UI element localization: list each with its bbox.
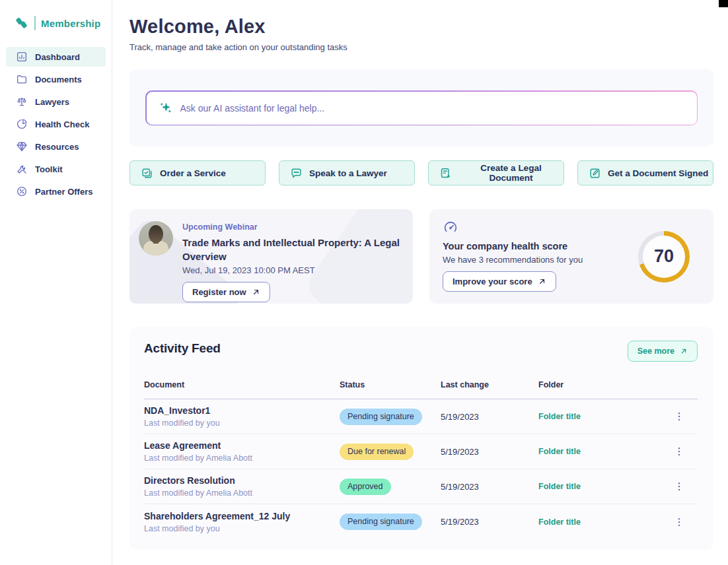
document-modified-by: Last modified by you [144, 418, 340, 428]
kebab-icon [673, 446, 685, 457]
quick-action-label: Create a Legal Document [458, 163, 564, 183]
last-change-date: 5/19/2023 [441, 447, 538, 457]
logo-divider [34, 16, 36, 30]
table-row: Shareholders Agreement_12 JulyLast modif… [144, 504, 698, 539]
document-title[interactable]: Lease Agreement [144, 440, 340, 451]
sidebar-item-resources[interactable]: Resources [6, 137, 106, 156]
page-subtitle: Track, manage and take action on your ou… [129, 42, 713, 52]
order-a-service-button[interactable]: Order a Service [129, 160, 266, 185]
page-title: Welcome, Alex [129, 16, 713, 38]
sparkle-icon [159, 102, 172, 115]
column-header-folder: Folder [538, 380, 671, 389]
percent-circle-icon [16, 185, 28, 197]
quick-action-label: Get a Document Signed [608, 168, 708, 178]
document-modified-by: Last modified by Amelia Abott [144, 488, 340, 498]
screenshot-artifact [719, 0, 728, 7]
document-cell: Lease AgreementLast modified by Amelia A… [144, 440, 340, 463]
document-title[interactable]: Directors Resolution [144, 475, 340, 486]
main-content: Welcome, Alex Track, manage and take act… [112, 0, 728, 565]
document-cell: Directors ResolutionLast modified by Ame… [144, 475, 340, 498]
brand-name: Membership [41, 18, 100, 29]
status-cell: Due for renewal [340, 444, 441, 460]
see-more-label: See more [637, 347, 674, 356]
dashboard-icon [16, 51, 28, 63]
improve-score-button[interactable]: Improve your score [443, 271, 556, 292]
pie-chart-icon [16, 118, 28, 130]
arrow-up-right-icon [538, 277, 546, 286]
sidebar-item-partner-offers[interactable]: Partner Offers [6, 182, 106, 201]
table-body: NDA_Investor1Last modified by youPending… [144, 399, 698, 539]
last-change-date: 5/19/2023 [441, 517, 538, 527]
brand-logo: Membership [0, 0, 112, 30]
speak-to-a-lawyer-button[interactable]: Speak to a Lawyer [279, 160, 415, 185]
webinar-card: Upcoming Webinar Trade Marks and Intelle… [129, 209, 413, 304]
status-badge: Due for renewal [340, 444, 414, 460]
sidebar: Membership DashboardDocumentsLawyersHeal… [0, 0, 112, 565]
status-cell: Pending signature [340, 409, 441, 425]
webinar-eyebrow: Upcoming Webinar [182, 222, 401, 232]
document-plus-icon [439, 167, 452, 180]
sidebar-item-label: Dashboard [35, 52, 80, 62]
arrow-up-right-icon [252, 288, 260, 296]
order-service-icon [141, 167, 153, 180]
column-header-status: Status [340, 380, 441, 389]
ai-assistant-card [129, 69, 713, 147]
document-cell: Shareholders Agreement_12 JulyLast modif… [144, 511, 340, 533]
document-cell: NDA_Investor1Last modified by you [144, 405, 340, 428]
health-score-ring: 70 [638, 231, 690, 282]
sidebar-item-documents[interactable]: Documents [6, 69, 106, 89]
document-title[interactable]: NDA_Investor1 [144, 405, 340, 416]
kebab-icon [673, 481, 685, 492]
sidebar-item-dashboard[interactable]: Dashboard [6, 47, 106, 67]
activity-feed-card: Activity Feed See more DocumentStatusLas… [129, 327, 713, 550]
sidebar-nav: DashboardDocumentsLawyersHealth CheckRes… [0, 47, 112, 201]
get-a-document-signed-button[interactable]: Get a Document Signed [577, 160, 713, 185]
gem-icon [16, 141, 28, 152]
ai-assistant-input[interactable] [180, 103, 684, 114]
folder-link[interactable]: Folder title [538, 482, 671, 491]
column-header-document: Document [144, 380, 340, 389]
health-score-value: 70 [654, 246, 674, 267]
tools-icon [16, 163, 28, 175]
quick-actions-row: Order a ServiceSpeak to a LawyerCreate a… [129, 160, 713, 185]
table-header-row: DocumentStatusLast changeFolder [144, 374, 698, 399]
sidebar-item-label: Partner Offers [35, 187, 92, 197]
create-a-legal-document-button[interactable]: Create a Legal Document [428, 160, 564, 185]
webinar-title: Trade Marks and Intellectual Property: A… [182, 236, 401, 263]
register-now-label: Register now [192, 287, 246, 297]
see-more-button[interactable]: See more [628, 341, 698, 362]
register-now-button[interactable]: Register now [182, 282, 270, 302]
ai-input-border [145, 90, 698, 125]
folder-link[interactable]: Folder title [538, 447, 671, 456]
row-menu-button[interactable] [671, 514, 687, 530]
improve-score-label: Improve your score [453, 277, 532, 286]
sidebar-item-health-check[interactable]: Health Check [6, 114, 106, 134]
ai-input-wrapper [147, 92, 697, 125]
document-title[interactable]: Shareholders Agreement_12 July [144, 511, 340, 521]
column-header-last-change: Last change [441, 380, 538, 389]
folder-link[interactable]: Folder title [538, 412, 671, 421]
status-cell: Approved [340, 479, 441, 495]
document-modified-by: Last modified by you [144, 524, 340, 533]
sidebar-item-toolkit[interactable]: Toolkit [6, 159, 106, 179]
row-menu-button[interactable] [671, 409, 687, 424]
webinar-speaker-avatar [139, 221, 173, 255]
folder-link[interactable]: Folder title [538, 517, 671, 527]
health-score-card: Your company health score We have 3 reco… [429, 209, 713, 304]
status-badge: Approved [340, 479, 391, 495]
chat-icon [290, 167, 303, 180]
last-change-date: 5/19/2023 [441, 482, 538, 492]
row-menu-button[interactable] [671, 444, 687, 459]
last-change-date: 5/19/2023 [441, 412, 538, 422]
scales-icon [16, 96, 28, 108]
brand-logo-icon [15, 16, 29, 30]
row-menu-button[interactable] [671, 479, 687, 494]
sidebar-item-label: Health Check [35, 119, 89, 129]
sidebar-item-label: Lawyers [35, 97, 69, 107]
table-row: Directors ResolutionLast modified by Ame… [144, 469, 698, 504]
status-cell: Pending signature [340, 514, 441, 530]
sidebar-item-lawyers[interactable]: Lawyers [6, 92, 106, 112]
webinar-datetime: Wed, Jul 19, 2023 10:00 PM AEST [182, 265, 401, 275]
activity-table: DocumentStatusLast changeFolder NDA_Inve… [144, 374, 698, 539]
quick-action-label: Speak to a Lawyer [309, 168, 387, 178]
